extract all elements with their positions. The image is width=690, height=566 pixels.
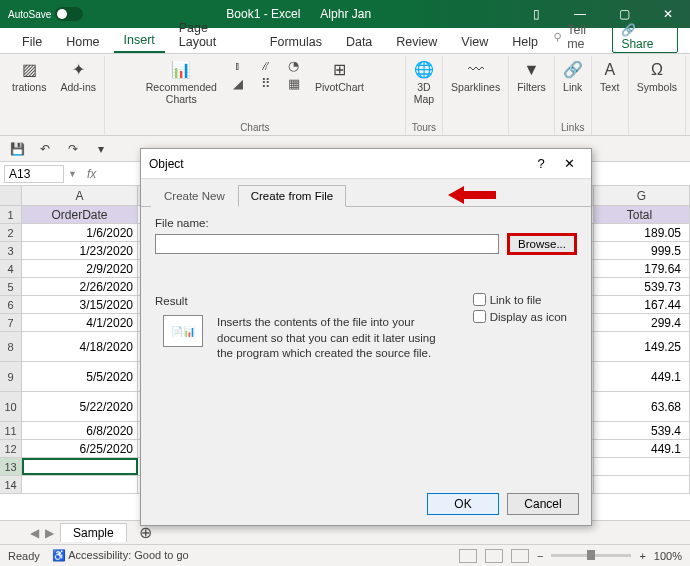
- cell[interactable]: 539.4: [594, 422, 690, 439]
- cell[interactable]: Total: [594, 206, 690, 223]
- row-header[interactable]: 7: [0, 314, 22, 331]
- cell[interactable]: 149.25: [594, 332, 690, 361]
- browse-button[interactable]: Browse...: [507, 233, 577, 255]
- addins-button[interactable]: ✦Add-ins: [58, 58, 98, 96]
- display-as-icon-checkbox[interactable]: Display as icon: [473, 310, 567, 323]
- tab-insert[interactable]: Insert: [114, 29, 165, 53]
- col-header-a[interactable]: A: [22, 186, 138, 205]
- row-header[interactable]: 1: [0, 206, 22, 223]
- chart-type-gallery[interactable]: ⫾⫽◔ ◢⠿▦: [229, 58, 303, 90]
- zoom-out-icon[interactable]: −: [537, 550, 543, 562]
- cell[interactable]: 2/26/2020: [22, 278, 138, 295]
- sparklines-button[interactable]: 〰Sparklines: [449, 58, 502, 96]
- cell[interactable]: OrderDate: [22, 206, 138, 223]
- tab-create-from-file[interactable]: Create from File: [238, 185, 346, 207]
- select-all-corner[interactable]: [0, 186, 22, 205]
- link-button[interactable]: 🔗Link: [561, 58, 585, 96]
- cell[interactable]: 63.68: [594, 392, 690, 421]
- tab-view[interactable]: View: [451, 31, 498, 53]
- row-header[interactable]: 9: [0, 362, 22, 391]
- tab-help[interactable]: Help: [502, 31, 548, 53]
- namebox-dropdown-icon[interactable]: ▼: [68, 169, 81, 179]
- cell[interactable]: [594, 476, 690, 493]
- text-button[interactable]: AText: [598, 58, 622, 96]
- cell[interactable]: 1/6/2020: [22, 224, 138, 241]
- filters-button[interactable]: ▼Filters: [515, 58, 548, 96]
- cell[interactable]: 5/5/2020: [22, 362, 138, 391]
- pivotchart-button[interactable]: ⊞PivotChart: [313, 58, 366, 96]
- cell[interactable]: 449.1: [594, 362, 690, 391]
- cell[interactable]: 6/8/2020: [22, 422, 138, 439]
- bar-chart-icon[interactable]: ⫾: [229, 58, 247, 72]
- sheet-nav-prev-icon[interactable]: ◀: [30, 526, 39, 540]
- cell[interactable]: 539.73: [594, 278, 690, 295]
- row-header[interactable]: 6: [0, 296, 22, 313]
- zoom-in-icon[interactable]: +: [639, 550, 645, 562]
- scatter-chart-icon[interactable]: ⠿: [257, 76, 275, 90]
- sheet-nav-next-icon[interactable]: ▶: [45, 526, 54, 540]
- row-header[interactable]: 8: [0, 332, 22, 361]
- cell[interactable]: 4/1/2020: [22, 314, 138, 331]
- row-header[interactable]: 2: [0, 224, 22, 241]
- cell[interactable]: 6/25/2020: [22, 440, 138, 457]
- redo-icon[interactable]: ↷: [64, 142, 82, 156]
- view-normal-icon[interactable]: [459, 549, 477, 563]
- row-header[interactable]: 10: [0, 392, 22, 421]
- row-header[interactable]: 3: [0, 242, 22, 259]
- row-header[interactable]: 14: [0, 476, 22, 493]
- tab-data[interactable]: Data: [336, 31, 382, 53]
- row-header[interactable]: 4: [0, 260, 22, 277]
- cell[interactable]: 179.64: [594, 260, 690, 277]
- cell[interactable]: [594, 458, 690, 475]
- line-chart-icon[interactable]: ⫽: [257, 58, 275, 72]
- area-chart-icon[interactable]: ◢: [229, 76, 247, 90]
- cell[interactable]: 1/23/2020: [22, 242, 138, 259]
- pie-chart-icon[interactable]: ◔: [285, 58, 303, 72]
- cell[interactable]: [22, 476, 138, 493]
- undo-icon[interactable]: ↶: [36, 142, 54, 156]
- cell[interactable]: [22, 458, 138, 475]
- ok-button[interactable]: OK: [427, 493, 499, 515]
- filename-input[interactable]: [155, 234, 499, 254]
- tab-page-layout[interactable]: Page Layout: [169, 17, 256, 53]
- share-button[interactable]: 🔗 Share: [612, 21, 678, 53]
- row-header[interactable]: 13: [0, 458, 22, 475]
- cell[interactable]: 5/22/2020: [22, 392, 138, 421]
- col-header-g[interactable]: G: [594, 186, 690, 205]
- view-page-break-icon[interactable]: [511, 549, 529, 563]
- tab-file[interactable]: File: [12, 31, 52, 53]
- map-chart-icon[interactable]: ▦: [285, 76, 303, 90]
- sheet-tab-sample[interactable]: Sample: [60, 523, 127, 542]
- tell-me[interactable]: Tell me: [552, 23, 605, 51]
- tab-formulas[interactable]: Formulas: [260, 31, 332, 53]
- recommended-charts-button[interactable]: 📊Recommended Charts: [144, 58, 219, 107]
- link-to-file-checkbox[interactable]: Link to file: [473, 293, 567, 306]
- cell[interactable]: 3/15/2020: [22, 296, 138, 313]
- 3d-map-button[interactable]: 🌐3D Map: [412, 58, 436, 107]
- dialog-close-icon[interactable]: ✕: [555, 156, 583, 171]
- autosave-toggle[interactable]: AutoSave: [8, 7, 83, 21]
- name-box[interactable]: [4, 165, 64, 183]
- cell[interactable]: 449.1: [594, 440, 690, 457]
- symbols-button[interactable]: ΩSymbols: [635, 58, 679, 96]
- tab-home[interactable]: Home: [56, 31, 109, 53]
- cell[interactable]: 999.5: [594, 242, 690, 259]
- view-page-layout-icon[interactable]: [485, 549, 503, 563]
- cell[interactable]: 4/18/2020: [22, 332, 138, 361]
- tab-create-new[interactable]: Create New: [151, 185, 238, 207]
- qat-dropdown-icon[interactable]: ▾: [92, 142, 110, 156]
- row-header[interactable]: 12: [0, 440, 22, 457]
- row-header[interactable]: 5: [0, 278, 22, 295]
- zoom-slider[interactable]: [551, 554, 631, 557]
- cell[interactable]: 167.44: [594, 296, 690, 313]
- cell[interactable]: 2/9/2020: [22, 260, 138, 277]
- tab-review[interactable]: Review: [386, 31, 447, 53]
- fx-icon[interactable]: fx: [81, 167, 102, 181]
- cell[interactable]: 189.05: [594, 224, 690, 241]
- dialog-help-icon[interactable]: ?: [527, 156, 555, 171]
- save-icon[interactable]: 💾: [8, 142, 26, 156]
- row-header[interactable]: 11: [0, 422, 22, 439]
- cell[interactable]: 299.4: [594, 314, 690, 331]
- cancel-button[interactable]: Cancel: [507, 493, 579, 515]
- illustrations-button[interactable]: ▨trations: [10, 58, 48, 96]
